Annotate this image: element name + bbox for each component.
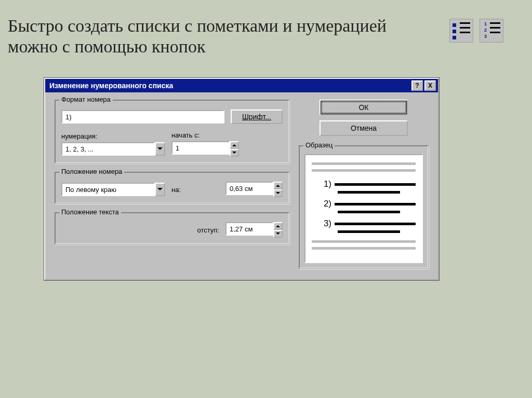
help-button[interactable]: ?: [411, 80, 423, 91]
at-label: на:: [171, 186, 181, 194]
spinner-down-icon[interactable]: [273, 230, 283, 238]
preview-item-number: 3): [312, 218, 335, 229]
numbering-label: нумерация:: [61, 132, 165, 140]
indent-input[interactable]: 1,27 см: [225, 222, 273, 236]
ok-button[interactable]: ОК: [320, 100, 408, 115]
chevron-down-icon[interactable]: [155, 142, 165, 156]
start-input[interactable]: 1: [171, 141, 230, 155]
at-input[interactable]: 0,63 см: [225, 182, 273, 195]
numbering-select[interactable]: 1, 2, 3, ...: [61, 142, 155, 156]
spinner-down-icon[interactable]: [230, 149, 239, 157]
bullet-list-icon: [453, 36, 456, 39]
close-button[interactable]: X: [424, 80, 436, 91]
chevron-down-icon[interactable]: [155, 183, 165, 196]
preview-item-number: 1): [312, 179, 335, 189]
spinner-up-icon[interactable]: [273, 182, 283, 189]
group-position-number-legend: Положение номера: [59, 168, 124, 175]
font-button[interactable]: Шрифт...: [231, 109, 283, 124]
group-position-text-legend: Положение текста: [59, 208, 121, 216]
spinner-up-icon[interactable]: [273, 222, 283, 230]
group-format: Формат номера 1) Шрифт... нумерация: 1, …: [55, 100, 289, 163]
dialog-title: Изменение нумерованного списка: [49, 81, 410, 90]
bullet-list-icon: [453, 23, 456, 27]
preview-item-number: 2): [312, 199, 335, 209]
group-format-legend: Формат номера: [59, 95, 113, 103]
dialog-window: Изменение нумерованного списка ? X Форма…: [44, 78, 439, 280]
format-input[interactable]: 1): [61, 110, 224, 123]
number-list-icon: 3: [481, 34, 487, 39]
spinner-down-icon[interactable]: [273, 189, 283, 197]
bullet-list-button[interactable]: [449, 19, 473, 43]
group-position-number: Положение номера По левому краю на: 0,63…: [55, 172, 289, 204]
start-label: начать с:: [171, 131, 239, 139]
group-position-text: Положение текста отступ: 1,27 см: [55, 212, 289, 244]
slide-headline: Быстро создать списки с пометками и нуме…: [8, 16, 439, 57]
spinner-up-icon[interactable]: [230, 141, 239, 149]
preview-area: 1) 2) 3): [304, 154, 423, 263]
indent-label: отступ:: [197, 226, 219, 234]
bullet-list-icon: [453, 30, 456, 33]
number-list-icon: 2: [481, 28, 487, 33]
number-list-icon: 1: [481, 21, 487, 26]
group-sample: Образец 1) 2) 3): [299, 145, 429, 269]
cancel-button[interactable]: Отмена: [320, 120, 408, 136]
titlebar: Изменение нумерованного списка ? X: [45, 79, 438, 92]
group-sample-legend: Образец: [303, 141, 335, 149]
number-list-button[interactable]: 1 2 3: [480, 19, 503, 43]
align-select[interactable]: По левому краю: [61, 183, 155, 196]
